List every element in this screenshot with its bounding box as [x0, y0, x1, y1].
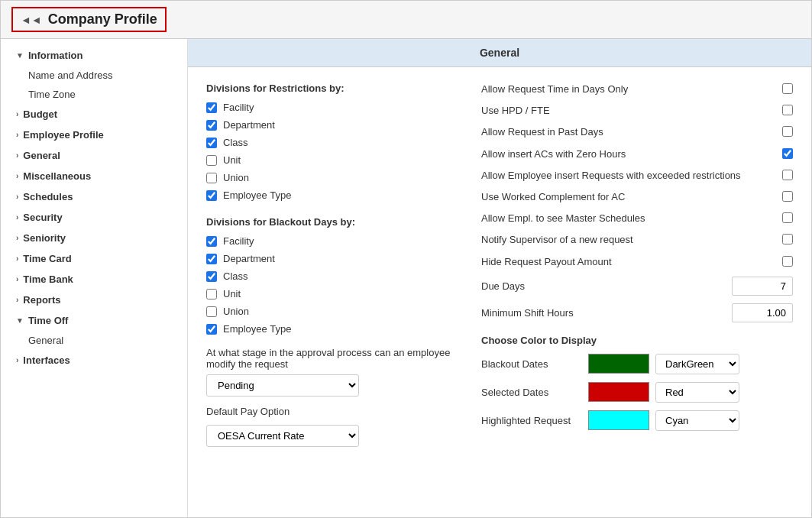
- blackout-emptype-label: Employee Type: [223, 323, 291, 335]
- sidebar-item-time-off-label: Time Off: [28, 315, 69, 326]
- blackout-union-checkbox[interactable]: [206, 306, 217, 317]
- color-highlighted-swatch[interactable]: [588, 410, 649, 430]
- choose-color-title: Choose Color to Display: [481, 335, 793, 346]
- check-allow-exceeded-row: Allow Employee insert Requests with exce…: [481, 169, 793, 183]
- check-worked-complement-label: Use Worked Complement for AC: [481, 190, 773, 204]
- check-worked-complement[interactable]: [782, 191, 793, 202]
- color-blackout-swatch[interactable]: [588, 354, 649, 374]
- blackout-emptype-checkbox[interactable]: [206, 324, 217, 335]
- blackout-unit-checkbox[interactable]: [206, 289, 217, 299]
- blackout-facility-checkbox[interactable]: [206, 236, 217, 247]
- chevron-right-icon: ›: [16, 213, 18, 222]
- min-shift-row: Minimum Shift Hours: [481, 303, 793, 322]
- sidebar-item-interfaces[interactable]: › Interfaces: [1, 350, 187, 371]
- color-selected-row: Selected Dates DarkGreenRedBlueCyanYello…: [481, 382, 793, 403]
- color-highlighted-select[interactable]: DarkGreenRedBlueCyanYellow: [655, 410, 739, 431]
- due-days-input[interactable]: [732, 277, 793, 296]
- check-allow-past-days-row: Allow Request in Past Days: [481, 125, 793, 139]
- approval-dropdown[interactable]: Pending Approved Denied: [206, 374, 359, 397]
- due-days-row: Due Days: [481, 277, 793, 296]
- pay-option-dropdown[interactable]: OESA Current Rate Standard Rate Overtime…: [206, 425, 359, 447]
- chevron-right-icon: ›: [16, 110, 18, 118]
- check-allow-exceeded-label: Allow Employee insert Requests with exce…: [481, 169, 773, 183]
- check-allow-request-time[interactable]: [782, 83, 793, 94]
- restriction-department-checkbox[interactable]: [206, 120, 217, 131]
- sidebar-item-reports[interactable]: › Reports: [1, 290, 187, 310]
- sidebar-item-budget[interactable]: › Budget: [1, 104, 187, 125]
- color-selected-select[interactable]: DarkGreenRedBlueCyanYellow: [655, 382, 739, 403]
- restriction-unit-checkbox[interactable]: [206, 155, 217, 166]
- check-master-schedules-label: Allow Empl. to see Master Schedules: [481, 212, 773, 225]
- sidebar-subitem-name-address[interactable]: Name and Address: [1, 66, 187, 85]
- sidebar-subitem-time-zone[interactable]: Time Zone: [1, 85, 187, 104]
- sidebar-item-schedules-label: Schedules: [23, 191, 73, 202]
- sidebar-item-miscellaneous-label: Miscellaneous: [23, 170, 91, 182]
- chevron-down-icon: ▼: [16, 316, 24, 325]
- restriction-union-checkbox[interactable]: [206, 173, 217, 183]
- check-use-hpd[interactable]: [782, 105, 793, 115]
- restriction-department-row: Department: [206, 119, 451, 131]
- chevron-right-icon: ›: [16, 131, 18, 139]
- check-allow-exceeded[interactable]: [782, 170, 793, 180]
- sidebar-item-seniority-label: Seniority: [23, 232, 66, 244]
- check-notify-supervisor-row: Notify Supervisor of a new request: [481, 233, 793, 247]
- chevron-right-icon: ›: [16, 356, 18, 364]
- color-selected-label: Selected Dates: [481, 387, 588, 398]
- restriction-unit-row: Unit: [206, 154, 451, 166]
- check-notify-supervisor[interactable]: [782, 234, 793, 244]
- blackout-department-checkbox[interactable]: [206, 254, 217, 264]
- color-highlighted-row: Highlighted Request DarkGreenRedBlueCyan…: [481, 410, 793, 431]
- sidebar-item-time-card-label: Time Card: [23, 253, 71, 264]
- restriction-facility-checkbox[interactable]: [206, 102, 217, 113]
- content-header: General: [188, 39, 811, 67]
- sidebar-item-information[interactable]: ▼ Information: [1, 45, 187, 66]
- sidebar-item-time-card[interactable]: › Time Card: [1, 248, 187, 269]
- sidebar-item-general-label: General: [23, 150, 60, 161]
- blackout-union-row: Union: [206, 306, 451, 317]
- sidebar-item-interfaces-label: Interfaces: [23, 355, 70, 366]
- pay-option-dropdown-row: OESA Current Rate Standard Rate Overtime…: [206, 425, 451, 447]
- restriction-emptype-checkbox[interactable]: [206, 190, 217, 201]
- restriction-facility-row: Facility: [206, 102, 451, 113]
- chevron-right-icon: ›: [16, 275, 18, 283]
- blackout-class-row: Class: [206, 270, 451, 282]
- check-allow-zero-hours[interactable]: [782, 148, 793, 159]
- sidebar-item-miscellaneous[interactable]: › Miscellaneous: [1, 166, 187, 186]
- chevron-right-icon: ›: [16, 193, 18, 201]
- blackout-union-label: Union: [223, 306, 249, 317]
- color-blackout-label: Blackout Dates: [481, 358, 588, 370]
- color-selected-swatch[interactable]: [588, 382, 649, 402]
- color-blackout-row: Blackout Dates DarkGreenRedBlueCyanYello…: [481, 354, 793, 374]
- check-hide-payout-label: Hide Request Payout Amount: [481, 255, 773, 269]
- sidebar-item-security[interactable]: › Security: [1, 207, 187, 228]
- color-blackout-select[interactable]: DarkGreenRedBlueCyanYellow: [655, 354, 739, 374]
- due-days-label: Due Days: [481, 280, 732, 292]
- approval-dropdown-row: Pending Approved Denied: [206, 374, 451, 397]
- approval-process-label: At what stage in the approval process ca…: [206, 347, 451, 370]
- chevron-right-icon: ›: [16, 234, 18, 242]
- content-area: General Divisions for Restrictions by: F…: [188, 39, 811, 517]
- sidebar-item-employee-profile[interactable]: › Employee Profile: [1, 125, 187, 145]
- sidebar-item-schedules[interactable]: › Schedules: [1, 186, 187, 207]
- blackout-facility-label: Facility: [223, 235, 254, 247]
- restriction-emptype-label: Employee Type: [223, 189, 291, 201]
- sidebar-item-time-off[interactable]: ▼ Time Off: [1, 310, 187, 331]
- check-hide-payout[interactable]: [782, 256, 793, 267]
- check-allow-past-days[interactable]: [782, 126, 793, 137]
- sidebar-item-budget-label: Budget: [23, 108, 57, 120]
- check-master-schedules[interactable]: [782, 212, 793, 223]
- blackout-unit-row: Unit: [206, 288, 451, 299]
- min-shift-input[interactable]: [732, 303, 793, 322]
- sidebar-item-time-bank[interactable]: › Time Bank: [1, 269, 187, 290]
- restriction-class-checkbox[interactable]: [206, 138, 217, 148]
- check-hide-payout-row: Hide Request Payout Amount: [481, 255, 793, 269]
- sidebar-item-seniority[interactable]: › Seniority: [1, 228, 187, 248]
- sidebar-item-general[interactable]: › General: [1, 145, 187, 166]
- divisions-restrictions-label: Divisions for Restrictions by:: [206, 83, 451, 94]
- check-allow-zero-hours-row: Allow insert ACs with Zero Hours: [481, 147, 793, 161]
- blackout-class-checkbox[interactable]: [206, 271, 217, 282]
- restriction-class-row: Class: [206, 137, 451, 148]
- sidebar-subitem-general-active[interactable]: General: [1, 331, 187, 350]
- restriction-class-label: Class: [223, 137, 248, 148]
- sidebar-item-employee-profile-label: Employee Profile: [23, 129, 103, 141]
